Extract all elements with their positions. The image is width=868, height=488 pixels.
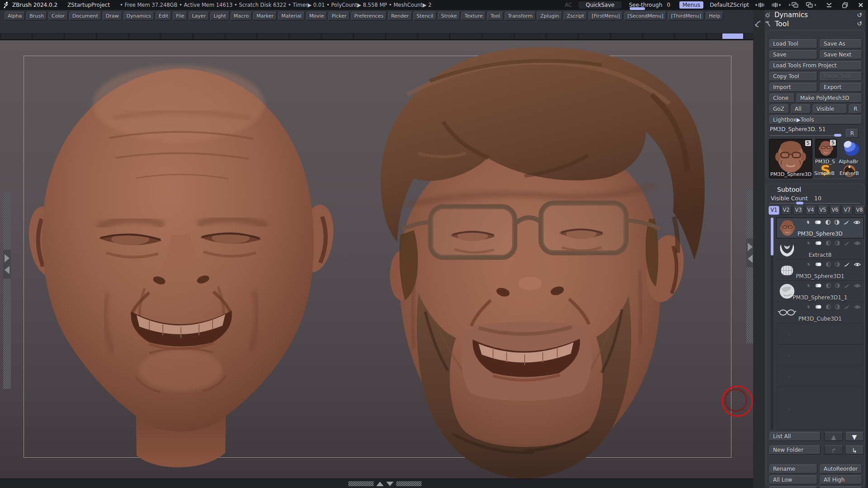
tab-v3[interactable]: V3 — [793, 206, 804, 215]
visible-count-handle[interactable] — [796, 202, 803, 204]
bottom-scroll-right[interactable] — [396, 481, 422, 486]
goz-button[interactable]: GoZ — [769, 104, 789, 114]
lightbox-tools-button[interactable]: Lightbox▶Tools — [769, 115, 862, 124]
see-through-slider[interactable]: See-through 0 — [628, 2, 673, 8]
close-icon[interactable] — [858, 2, 863, 8]
list-all-button[interactable]: List All — [769, 432, 821, 441]
dynamics-header[interactable]: Dynamics ↺ — [764, 10, 866, 19]
tool-reset-icon[interactable]: ↺ — [857, 20, 862, 27]
subtool-row-empty[interactable] — [776, 324, 864, 345]
active-tool-slider-track[interactable] — [770, 135, 842, 136]
menu-macro[interactable]: Macro — [231, 12, 252, 20]
drop-arrow-icon[interactable] — [806, 261, 811, 267]
bottom-scroll-widget[interactable] — [348, 481, 422, 486]
cut-button[interactable] — [769, 486, 817, 488]
menu-alpha[interactable]: Alpha — [5, 12, 25, 20]
left-strip-open-icon[interactable] — [5, 254, 9, 262]
drop-arrow-icon[interactable] — [806, 304, 811, 310]
polypaint-brush-icon[interactable] — [844, 283, 850, 289]
subtool-scroll-handle[interactable] — [771, 218, 773, 256]
subtool-row-pm3d-sphere3d1-1[interactable]: PM3D_Sphere3D1_1 — [776, 281, 864, 302]
menu-tool[interactable]: Tool — [487, 12, 503, 20]
polypaint-circles-icon[interactable] — [815, 261, 822, 267]
goz-r-button[interactable]: R — [849, 104, 862, 114]
menu-movie[interactable]: Movie — [306, 12, 327, 20]
menu-brush[interactable]: Brush — [26, 12, 47, 20]
all-high-button[interactable]: All High — [820, 475, 862, 484]
copy-tool-button[interactable]: Copy Tool — [769, 72, 817, 81]
scrub-forward-icon[interactable] — [771, 2, 781, 8]
left-strip-close-icon[interactable] — [5, 266, 9, 274]
visibility-eye-icon[interactable] — [854, 241, 861, 246]
alpha-brush-thumbnail[interactable] — [838, 139, 862, 158]
subtool-row-extract8[interactable]: Extract8 — [776, 239, 864, 260]
save-next-button[interactable]: Save Next — [820, 50, 862, 59]
polypaint-half-icon[interactable] — [825, 240, 831, 246]
tab-v8[interactable]: V8 — [854, 206, 865, 215]
minimize-icon[interactable] — [826, 2, 832, 8]
menu-edit[interactable]: Edit — [156, 12, 171, 20]
save-button[interactable]: Save — [769, 50, 817, 59]
recent-tool-thumbnail[interactable]: 5 — [815, 139, 837, 158]
subtool-row-empty[interactable] — [776, 366, 864, 387]
divider-scroll-handle[interactable] — [722, 33, 743, 39]
menu-file[interactable]: File — [173, 12, 187, 20]
polypaint-brush-icon[interactable] — [844, 304, 850, 310]
new-folder-button[interactable]: New Folder — [769, 445, 821, 455]
polypaint-half-icon[interactable] — [825, 283, 831, 289]
tab-v7[interactable]: V7 — [842, 206, 853, 215]
menu-help[interactable]: Help — [706, 12, 723, 20]
polypaint-brush-icon[interactable] — [843, 219, 850, 225]
subtool-row-empty[interactable] — [776, 388, 864, 430]
shelf-up-icon[interactable] — [376, 482, 384, 486]
drop-arrow-icon[interactable] — [805, 219, 811, 225]
menu-zscript[interactable]: Zscript — [564, 12, 587, 20]
menu-marker[interactable]: Marker — [253, 12, 277, 20]
visibility-eye-icon[interactable] — [853, 220, 861, 225]
polypaint-half-icon[interactable] — [825, 304, 831, 310]
dynamics-reset-icon[interactable]: ↺ — [857, 11, 862, 19]
menu-document[interactable]: Document — [69, 12, 101, 20]
visibility-eye-icon[interactable] — [854, 304, 861, 310]
menu-color[interactable]: Color — [48, 12, 68, 20]
menus-toggle-button[interactable]: Menus — [679, 1, 703, 9]
polypaint-brush-icon[interactable] — [844, 261, 850, 267]
polypaint-half-icon[interactable] — [825, 219, 831, 225]
menu-preferences[interactable]: Preferences — [351, 12, 387, 20]
polypaint-circles-icon[interactable] — [814, 219, 822, 225]
tab-v2[interactable]: V2 — [781, 206, 792, 215]
visibility-eye-icon[interactable] — [854, 283, 861, 289]
default-zscript-button[interactable]: DefaultZScript — [710, 2, 749, 8]
bottom-scroll-left[interactable] — [348, 481, 374, 486]
menu-stencil[interactable]: Stencil — [413, 12, 436, 20]
menu-render[interactable]: Render — [388, 12, 412, 20]
polypaint-circles-icon[interactable] — [815, 304, 822, 310]
slider-r-button[interactable]: R — [846, 129, 859, 138]
cascade-back-icon[interactable] — [789, 2, 800, 8]
scrub-back-icon[interactable] — [755, 2, 765, 8]
menu-draw[interactable]: Draw — [103, 12, 122, 20]
clone-button[interactable]: Clone — [769, 94, 795, 103]
polypaint-circles-icon[interactable] — [815, 240, 822, 246]
polypaint-contrast-icon[interactable] — [835, 261, 840, 267]
autoreorder-button[interactable]: AutoReorder — [820, 464, 862, 474]
menu-secondmenu[interactable]: [SecondMenu] — [624, 12, 666, 20]
polypaint-brush-icon[interactable] — [844, 240, 850, 246]
menu-stroke[interactable]: Stroke — [438, 12, 460, 20]
tray-divider[interactable] — [753, 10, 764, 488]
quicksave-button[interactable]: QuickSave — [579, 1, 621, 9]
polypaint-half-icon[interactable] — [825, 261, 831, 267]
subtool-row-pm3d-cube3d1[interactable]: PM3D_Cube3D1 — [776, 303, 864, 323]
left-canvas-scrollbar[interactable] — [3, 192, 11, 389]
tab-v4[interactable]: V4 — [805, 206, 816, 215]
drop-arrow-icon[interactable] — [806, 240, 811, 246]
drop-arrow-icon[interactable] — [806, 283, 811, 289]
right-canvas-scrollbar[interactable] — [746, 190, 754, 343]
export-button[interactable]: Export — [820, 83, 862, 92]
menu-dynamics[interactable]: Dynamics — [123, 12, 154, 20]
import-button[interactable]: Import — [769, 83, 817, 92]
shelf-down-icon[interactable] — [386, 482, 394, 486]
tab-v6[interactable]: V6 — [830, 206, 840, 215]
right-strip-open-icon[interactable] — [748, 243, 753, 251]
tool-header[interactable]: Tool ↺ — [764, 19, 866, 28]
